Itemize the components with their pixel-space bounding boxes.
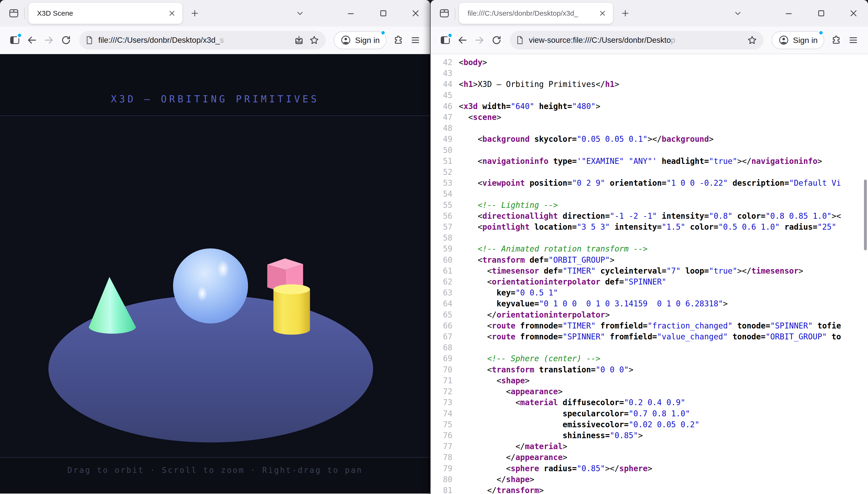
line-number: 68 xyxy=(430,342,452,353)
x3d-scene-svg xyxy=(0,116,430,457)
url-bar[interactable]: file:///C:/Users/donbr/Desktop/x3d_s xyxy=(79,31,326,50)
tab-close-icon[interactable] xyxy=(166,7,178,19)
line-number: 70 xyxy=(430,364,452,375)
browser-window-scene: X3D Scene xyxy=(0,0,430,494)
sign-in-button[interactable]: Sign in xyxy=(772,31,824,49)
line-number: 64 xyxy=(430,298,452,309)
source-line: 48 xyxy=(430,123,868,134)
source-line: 66 <route fromnode="TIMER" fromfield="fr… xyxy=(430,320,868,331)
menu-icon[interactable] xyxy=(408,33,423,48)
line-number: 74 xyxy=(430,408,452,419)
bookmark-star-icon[interactable] xyxy=(308,34,320,46)
back-icon[interactable] xyxy=(24,33,39,48)
tab-close-icon[interactable] xyxy=(597,7,608,19)
browser-window-source: file:///C:/Users/donbr/Desktop/x3d_ xyxy=(430,0,868,494)
maximize-button[interactable] xyxy=(813,5,829,21)
page-icon xyxy=(515,35,525,45)
firefox-view-icon[interactable] xyxy=(437,6,452,21)
cylinder-shape xyxy=(273,284,310,335)
line-number: 72 xyxy=(430,386,452,397)
screen: X3D Scene xyxy=(0,0,868,494)
tab-strip: X3D Scene xyxy=(0,0,430,26)
line-number: 69 xyxy=(430,353,452,364)
source-line: 80 </shape> xyxy=(430,474,868,485)
source-line: 75 emissivecolor="0.02 0.05 0.2" xyxy=(430,419,868,430)
minimize-button[interactable] xyxy=(781,5,797,21)
source-line: 69 <!-- Sphere (center) --> xyxy=(430,353,868,364)
line-number: 76 xyxy=(430,430,452,441)
x3d-canvas[interactable] xyxy=(0,115,430,458)
extensions-icon[interactable] xyxy=(829,33,844,48)
x3d-page: X3D — ORBITING PRIMITIVES xyxy=(0,54,430,494)
source-line: 51 <navigationinfo type='"EXAMINE" "ANY"… xyxy=(430,156,868,167)
new-tab-button[interactable] xyxy=(618,6,633,21)
source-line: 44<h1>X3D — Orbiting Primitives</h1> xyxy=(430,79,868,90)
sphere-highlight xyxy=(217,260,229,278)
source-line: 63 key="0 0.5 1" xyxy=(430,287,868,298)
line-number: 53 xyxy=(430,178,452,189)
downloads-icon[interactable] xyxy=(293,34,305,46)
source-line: 46<x3d width="640" height="480"> xyxy=(430,101,868,112)
line-number: 58 xyxy=(430,232,452,244)
source-line: 53 <viewpoint position="0 2 9" orientati… xyxy=(430,178,868,189)
source-line: 72 <appearance> xyxy=(430,386,868,397)
line-number: 81 xyxy=(430,485,452,494)
source-line: 67 <route fromnode="SPINNER" fromfield="… xyxy=(430,331,868,342)
new-tab-button[interactable] xyxy=(187,6,202,21)
sign-in-button[interactable]: Sign in xyxy=(334,31,386,49)
extensions-icon[interactable] xyxy=(391,33,406,48)
sign-in-label: Sign in xyxy=(355,36,380,45)
notification-dot xyxy=(17,33,22,38)
view-source-page: 42<body>4344<h1>X3D — Orbiting Primitive… xyxy=(430,54,868,494)
tab-view-source[interactable]: file:///C:/Users/donbr/Desktop/x3d_ xyxy=(459,3,613,24)
source-line: 60 <transform def="ORBIT_GROUP"> xyxy=(430,254,868,266)
maximize-button[interactable] xyxy=(375,5,391,21)
minimize-button[interactable] xyxy=(343,5,359,21)
scrollbar-thumb[interactable] xyxy=(864,179,867,250)
close-button[interactable] xyxy=(408,5,423,21)
line-number: 61 xyxy=(430,266,452,277)
tab-x3d-scene[interactable]: X3D Scene xyxy=(28,3,182,24)
source-line: 61 <timesensor def="TIMER" cycleinterval… xyxy=(430,266,868,277)
line-number: 56 xyxy=(430,211,452,222)
source-line: 76 shininess="0.85"> xyxy=(430,430,868,441)
source-line: 59 <!-- Animated rotation transform --> xyxy=(430,244,868,254)
back-icon[interactable] xyxy=(455,33,470,48)
source-line: 65 </orientationinterpolator> xyxy=(430,309,868,320)
tab-separator xyxy=(455,7,455,19)
source-line: 62 <orientationinterpolator def="SPINNER… xyxy=(430,277,868,287)
forward-icon[interactable] xyxy=(472,33,487,48)
line-number: 75 xyxy=(430,419,452,430)
line-number: 79 xyxy=(430,463,452,474)
sidebar-toggle-icon[interactable] xyxy=(438,33,453,48)
page-title: X3D — ORBITING PRIMITIVES xyxy=(0,54,430,104)
reload-icon[interactable] xyxy=(58,33,74,48)
source-line: 52 xyxy=(430,167,868,178)
line-number: 66 xyxy=(430,320,452,331)
line-number: 78 xyxy=(430,452,452,463)
line-number: 49 xyxy=(430,134,452,145)
url-text: file:///C:/Users/donbr/Desktop/x3d_s xyxy=(98,36,290,45)
notification-dot xyxy=(447,33,453,38)
sign-in-label: Sign in xyxy=(793,36,818,45)
source-line: 49 <background skycolor="0.05 0.05 0.1">… xyxy=(430,134,868,145)
source-line: 74 specularcolor="0.7 0.8 1.0" xyxy=(430,408,868,419)
firefox-view-icon[interactable] xyxy=(6,6,21,21)
menu-icon[interactable] xyxy=(846,33,861,48)
line-number: 77 xyxy=(430,441,452,452)
close-button[interactable] xyxy=(846,5,861,21)
source-line: 78 </appearance> xyxy=(430,452,868,463)
forward-icon[interactable] xyxy=(41,33,57,48)
list-all-tabs-icon[interactable] xyxy=(730,6,746,21)
navigation-toolbar: file:///C:/Users/donbr/Desktop/x3d_s Sig… xyxy=(0,26,430,54)
sphere-shape xyxy=(173,248,248,323)
list-all-tabs-icon[interactable] xyxy=(292,6,308,21)
source-line: 45 xyxy=(430,90,868,101)
sidebar-toggle-icon[interactable] xyxy=(7,33,22,48)
bookmark-star-icon[interactable] xyxy=(746,34,758,46)
url-bar[interactable]: view-source:file:///C:/Users/donbr/Deskt… xyxy=(510,31,764,50)
line-number: 63 xyxy=(430,287,452,298)
reload-icon[interactable] xyxy=(489,33,504,48)
line-number: 54 xyxy=(430,189,452,200)
url-faded-text: s xyxy=(220,36,224,44)
